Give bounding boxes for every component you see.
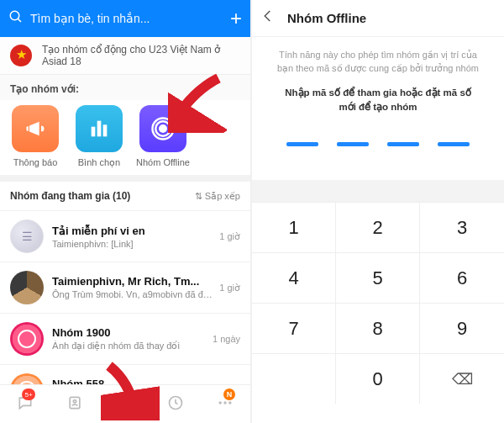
group-subtitle: Ảnh đại diện nhóm đã thay đổi — [52, 341, 207, 352]
svg-point-14 — [224, 401, 227, 404]
create-group-header: Tạo nhóm với: — [0, 75, 250, 100]
tile-label: Thông báo — [13, 157, 58, 167]
search-input[interactable]: Tìm bạn bè, tin nhắn... — [30, 12, 230, 25]
group-subtitle: Taimienphivn: [Link] — [52, 239, 214, 249]
tile-offline-group[interactable]: Nhóm Offline — [138, 105, 188, 168]
group-avatar — [10, 271, 44, 304]
key-8[interactable]: 8 — [336, 303, 420, 353]
key-0[interactable]: 0 — [336, 353, 420, 404]
group-title: Tải miễn phí vi en — [52, 225, 214, 237]
group-avatar — [10, 219, 44, 253]
svg-rect-3 — [97, 121, 102, 137]
right-header: Nhóm Offline — [252, 0, 504, 37]
group-title: Nhóm 1900 — [52, 326, 207, 339]
numeric-keypad: 1 2 3 4 5 6 7 8 9 0 ⌫ — [252, 202, 504, 404]
key-1[interactable]: 1 — [252, 202, 336, 252]
key-4[interactable]: 4 — [252, 252, 336, 303]
section-divider — [0, 175, 250, 182]
feature-instruction: Nhập mã số để tham gia hoặc đặt mã số mớ… — [252, 82, 504, 127]
code-slot — [438, 142, 470, 146]
code-slot — [286, 142, 318, 146]
create-tiles: Thông báo Bình chọn Nhóm Offline — [0, 100, 250, 175]
spacer — [252, 180, 504, 202]
svg-point-11 — [127, 395, 130, 399]
feature-description: Tính năng này cho phép tìm nhóm gần vị t… — [252, 37, 504, 82]
row-time: 1 giờ — [219, 283, 240, 293]
search-bar: Tìm bạn bè, tin nhắn... + — [0, 0, 250, 37]
megaphone-icon — [12, 105, 59, 152]
clock-icon — [167, 394, 184, 414]
tab-more[interactable]: N — [200, 385, 250, 423]
groups-header-title: Nhóm đang tham gia (10) — [10, 190, 195, 202]
key-3[interactable]: 3 — [420, 202, 504, 252]
group-row[interactable]: Taimienphivn, Mr Rich, Tm... Ông Trùm 9m… — [0, 262, 250, 313]
key-5[interactable]: 5 — [336, 252, 420, 303]
svg-rect-2 — [92, 127, 96, 137]
code-input[interactable] — [252, 127, 504, 180]
bars-icon — [76, 105, 123, 152]
svg-rect-4 — [103, 124, 108, 136]
key-7[interactable]: 7 — [252, 303, 336, 353]
key-9[interactable]: 9 — [420, 303, 504, 353]
search-icon[interactable] — [8, 9, 24, 29]
svg-point-9 — [74, 400, 76, 403]
svg-point-0 — [10, 11, 19, 20]
groups-header: Nhóm đang tham gia (10) ⇅Sắp xếp — [0, 182, 250, 210]
badge: 5+ — [22, 389, 34, 400]
group-subtitle: Ông Trùm 9mobi. Vn, a9mobivn đã được thê… — [52, 289, 214, 300]
promo-banner[interactable]: Tạo nhóm cổ động cho U23 Việt Nam ở Asia… — [0, 37, 250, 75]
promo-text: Tạo nhóm cổ động cho U23 Việt Nam ở Asia… — [42, 44, 240, 67]
svg-point-15 — [228, 401, 231, 404]
right-screen: Nhóm Offline Tính năng này cho phép tìm … — [252, 0, 504, 423]
svg-line-1 — [18, 19, 21, 22]
svg-point-5 — [160, 125, 166, 132]
radar-icon — [139, 105, 186, 152]
tile-poll[interactable]: Bình chọn — [74, 105, 124, 168]
contacts-icon — [66, 394, 83, 414]
tab-timeline[interactable] — [150, 385, 201, 423]
svg-point-10 — [121, 394, 125, 399]
sort-button[interactable]: ⇅Sắp xếp — [195, 191, 240, 202]
row-time: 1 ngày — [213, 334, 240, 344]
group-icon — [117, 390, 134, 410]
backspace-icon: ⌫ — [452, 370, 473, 389]
bottom-tabbar: 5+ Nhóm N — [0, 384, 250, 423]
key-backspace[interactable]: ⌫ — [420, 353, 504, 404]
sort-label: Sắp xếp — [205, 191, 240, 201]
screen-title: Nhóm Offline — [287, 11, 366, 25]
tab-messages[interactable]: 5+ — [0, 385, 50, 423]
tab-contacts[interactable] — [50, 385, 101, 423]
badge: N — [223, 389, 235, 400]
key-2[interactable]: 2 — [336, 202, 420, 252]
back-icon[interactable] — [260, 8, 276, 28]
vietnam-flag-icon — [10, 45, 32, 66]
left-screen: Tìm bạn bè, tin nhắn... + Tạo nhóm cổ độ… — [0, 0, 252, 423]
code-slot — [337, 142, 369, 146]
tile-label: Nhóm Offline — [136, 157, 190, 167]
group-row[interactable]: Nhóm 1900 Ảnh đại diện nhóm đã thay đổi … — [0, 313, 250, 364]
svg-point-13 — [219, 401, 222, 404]
group-row[interactable]: Tải miễn phí vi en Taimienphivn: [Link] … — [0, 210, 250, 262]
tile-announcement[interactable]: Thông báo — [10, 105, 60, 168]
code-slot — [387, 142, 419, 146]
group-avatar — [10, 322, 44, 356]
key-6[interactable]: 6 — [420, 252, 504, 303]
tile-label: Bình chọn — [78, 157, 120, 168]
key-blank — [252, 353, 336, 404]
add-icon[interactable]: + — [230, 7, 242, 30]
tab-groups[interactable]: Nhóm — [100, 385, 150, 423]
sort-icon: ⇅ — [195, 191, 202, 201]
tab-label: Nhóm — [115, 410, 135, 418]
row-time: 1 giờ — [219, 231, 240, 242]
group-title: Taimienphivn, Mr Rich, Tm... — [52, 275, 214, 288]
